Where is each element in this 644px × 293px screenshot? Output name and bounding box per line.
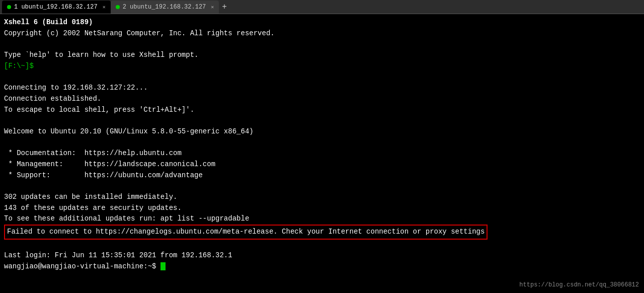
error-message: Failed to connect to https://changelogs.…: [4, 225, 488, 240]
tab-1-dot: [7, 5, 11, 9]
tab-2-close[interactable]: ✕: [211, 4, 214, 10]
line-doc: * Documentation: https://help.ubuntu.com: [4, 148, 640, 159]
line-escape: To escape to local shell, press 'Ctrl+Al…: [4, 105, 640, 116]
terminal[interactable]: Xshell 6 (Build 0189) Copyright (c) 2002…: [0, 14, 644, 293]
line-empty-4: [4, 137, 640, 149]
tab-1-close[interactable]: ✕: [103, 4, 106, 10]
line-apt: To see these additional updates run: apt…: [4, 213, 640, 225]
line-help: Type `help' to learn how to use Xshell p…: [4, 50, 640, 61]
line-empty-1: [4, 39, 640, 50]
line-connecting: Connecting to 192.168.32.127:22...: [4, 83, 640, 94]
tab-bar: 1 ubuntu_192.168.32.127 ✕ 2 ubuntu_192.1…: [0, 0, 644, 14]
line-last-login: Last login: Fri Jun 11 15:35:01 2021 fro…: [4, 250, 640, 261]
line-support: * Support: https://ubuntu.com/advantage: [4, 170, 640, 181]
tab-2-dot: [116, 5, 120, 9]
line-empty-2: [4, 71, 640, 83]
line-welcome: Welcome to Ubuntu 20.10 (GNU/Linux 5.8.0…: [4, 126, 640, 137]
tab-2[interactable]: 2 ubuntu_192.168.32.127 ✕: [111, 1, 219, 14]
line-xshell-title: Xshell 6 (Build 0189): [4, 17, 640, 28]
new-tab-button[interactable]: +: [219, 3, 230, 12]
line-empty-6: [4, 240, 640, 251]
line-updates-302: 302 updates can be installed immediately…: [4, 192, 640, 203]
line-empty-3: [4, 115, 640, 126]
line-updates-143: 143 of these updates are security update…: [4, 203, 640, 214]
line-established: Connection established.: [4, 94, 640, 105]
line-error: Failed to connect to https://changelogs.…: [4, 225, 640, 240]
line-prompt-local: [F:\~]$: [4, 61, 640, 72]
tab-2-label: 2 ubuntu_192.168.32.127: [123, 4, 206, 11]
line-mgmt: * Management: https://landscape.canonica…: [4, 159, 640, 170]
tab-1-label: 1 ubuntu_192.168.32.127: [14, 4, 98, 11]
line-prompt-remote: wangjiao@wangjiao-virtual-machine:~$: [4, 261, 640, 272]
line-empty-5: [4, 181, 640, 192]
line-copyright: Copyright (c) 2002 NetSarang Computer, I…: [4, 28, 640, 39]
watermark: https://blog.csdn.net/qq_38066812: [519, 280, 639, 290]
cursor: [160, 262, 166, 270]
tab-1[interactable]: 1 ubuntu_192.168.32.127 ✕: [2, 1, 111, 14]
